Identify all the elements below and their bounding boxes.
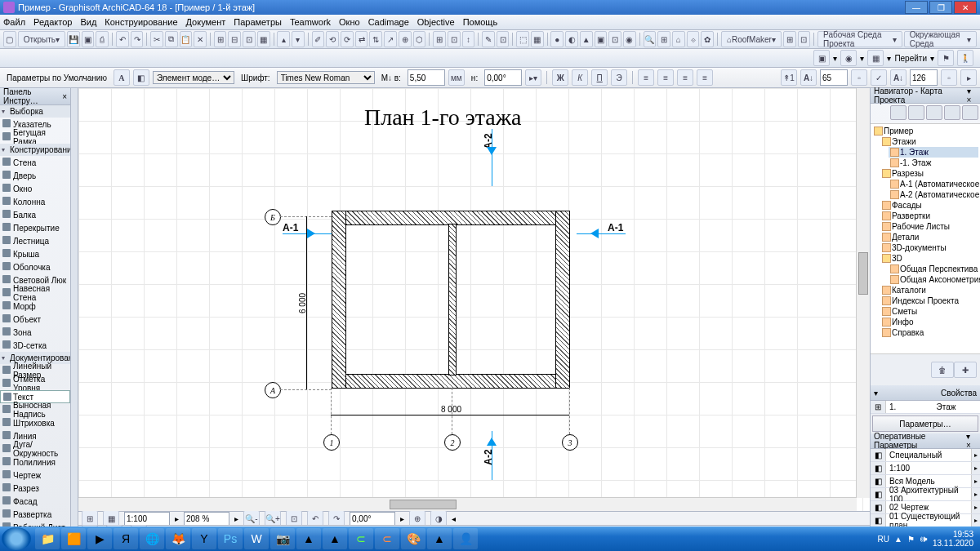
zoom-next-icon[interactable]: ↷ (328, 510, 345, 527)
menu-construct[interactable]: Конструирование (105, 17, 177, 27)
zoom-in-icon[interactable]: 🔍+ (265, 510, 281, 527)
tb-app-3[interactable]: ▶ (87, 528, 112, 549)
bold-icon[interactable]: Ж (552, 69, 568, 86)
tree-node[interactable]: -1. Этаж (889, 158, 978, 168)
align-l-icon[interactable]: ≡ (638, 69, 654, 86)
tool-column[interactable]: Колонна (0, 195, 70, 208)
tb-u[interactable]: ▦ (531, 31, 544, 47)
tb-q[interactable]: ↕ (462, 31, 475, 47)
scale-input[interactable] (124, 512, 170, 526)
tb-j[interactable]: ⇄ (355, 31, 368, 47)
align-j-icon[interactable]: ≡ (697, 69, 713, 86)
paste-icon[interactable]: 📋 (180, 31, 193, 47)
align-r-icon[interactable]: ≡ (677, 69, 693, 86)
tb-g[interactable]: ✐ (312, 31, 325, 47)
tb-k[interactable]: ⇅ (369, 31, 382, 47)
view-a-icon[interactable]: ▣ (813, 50, 830, 66)
grid-bubble-3[interactable]: 3 (562, 434, 578, 451)
text-tool-icon[interactable]: A (114, 69, 130, 86)
tree-node[interactable]: Инфо (880, 317, 978, 327)
tb-app-11[interactable]: ▲ (296, 528, 321, 549)
tool-door[interactable]: Дверь (0, 169, 70, 182)
tool-morph[interactable]: Морф (0, 300, 70, 313)
a1-icon[interactable]: A↓ (800, 69, 817, 86)
quick-param-row[interactable]: ◧03 Архитектурный 100▸ (871, 488, 980, 501)
open-button[interactable]: Открыть ▾ (18, 31, 65, 47)
tool-marquee[interactable]: Бегущая Рамка (0, 131, 70, 144)
tree-node[interactable]: Развертки (880, 211, 978, 221)
tb-e[interactable]: ▴ (277, 31, 290, 47)
tb-bb[interactable]: ⊞ (657, 31, 670, 47)
tb-v[interactable]: ● (550, 31, 564, 47)
tray-lang[interactable]: RU (878, 535, 889, 544)
tb-app-6[interactable]: 🦊 (166, 528, 190, 549)
a1c-icon[interactable]: ✓ (871, 69, 887, 86)
tool-slab[interactable]: Перекрытие (0, 221, 70, 234)
angle-input[interactable] (350, 512, 395, 526)
a2b-icon[interactable]: ▫ (941, 69, 957, 86)
tb-ee[interactable]: ✿ (701, 31, 714, 47)
tb-cc[interactable]: ⌂ (672, 31, 685, 47)
tree-node[interactable]: Фасады (880, 200, 978, 211)
tree-node[interactable]: Рабочие Листы (880, 221, 978, 232)
tb-c[interactable]: ⊡ (243, 31, 256, 47)
goto-label[interactable]: Перейти (894, 54, 927, 63)
tb-app-14[interactable]: ⊂ (375, 528, 399, 549)
tb-s[interactable]: ⊡ (497, 31, 510, 47)
tb-d[interactable]: ▦ (257, 31, 270, 47)
menu-file[interactable]: Файл (3, 17, 25, 27)
tb-p[interactable]: ⊡ (448, 31, 461, 47)
nav-tab-5[interactable] (962, 105, 978, 120)
navigator-tree[interactable]: ПримерЭтажи1. Этаж-1. ЭтажРазрезыA-1 (Ав… (871, 124, 980, 353)
tray-icon-2[interactable]: ⚑ (907, 535, 915, 544)
tool-shell[interactable]: Оболочка (0, 260, 70, 273)
h-input[interactable] (484, 69, 522, 86)
tb-app-16[interactable]: ▲ (427, 528, 452, 549)
zoom-out-icon[interactable]: 🔍- (243, 510, 260, 527)
plan-title[interactable]: План 1-го этажа (364, 104, 522, 131)
start-button[interactable] (2, 527, 31, 550)
tb-aa[interactable]: 🔍 (644, 31, 657, 47)
scrollbar-horizontal[interactable] (78, 497, 857, 511)
tool-stair[interactable]: Лестница (0, 234, 70, 247)
tb-app-15[interactable]: 🎨 (401, 528, 425, 549)
toolbox-section-select[interactable]: Выборка (0, 105, 70, 118)
tool-section[interactable]: Разрез (0, 482, 70, 495)
align-c-icon[interactable]: ≡ (657, 69, 674, 86)
params-button[interactable]: Параметры… (872, 415, 978, 432)
new-icon[interactable]: ▢ (3, 31, 16, 47)
arrow1-icon[interactable]: ↟1 (781, 69, 797, 86)
tb-zz[interactable]: ◉ (623, 31, 636, 47)
tool-poly[interactable]: Полилиния (0, 455, 70, 469)
tb-r[interactable]: ✎ (482, 31, 495, 47)
tool-curtain[interactable]: Навесная Стена (0, 287, 70, 300)
tool-beam[interactable]: Балка (0, 208, 70, 221)
properties-title[interactable]: ▾ Свойства (871, 385, 980, 401)
tb-l[interactable]: ↗ (384, 31, 397, 47)
undo-icon[interactable]: ↶ (116, 31, 129, 47)
tb-app-1[interactable]: 📁 (35, 528, 60, 549)
tool-object[interactable]: Объект (0, 313, 70, 326)
menu-cadimage[interactable]: Cadimage (368, 17, 409, 27)
tree-node[interactable]: Пример (872, 126, 978, 136)
tb-app-12[interactable]: ▲ (323, 528, 347, 549)
menu-document[interactable]: Документ (186, 17, 226, 27)
tree-node[interactable]: A-1 (Автоматическое обно (889, 179, 978, 189)
toolbox-close-icon[interactable]: × (62, 92, 67, 101)
tb-app-2[interactable]: 🟧 (61, 528, 86, 549)
layer-icon[interactable]: ◧ (133, 69, 149, 86)
nav-tab-1[interactable] (890, 105, 906, 120)
tree-node[interactable]: Справка (880, 327, 978, 338)
tool-roof[interactable]: Крыша (0, 247, 70, 260)
quick-param-row[interactable]: ◧1:100▸ (871, 462, 980, 475)
h-dd-icon[interactable]: ▸▾ (525, 69, 541, 86)
tool-zone[interactable]: Зона (0, 326, 70, 339)
end-icon[interactable]: ▸ (960, 69, 977, 86)
tool-facade[interactable]: Фасад (0, 495, 70, 508)
tree-node[interactable]: 3D-документы (880, 242, 978, 253)
quick-param-row[interactable]: ◧01 Существующий план▸ (871, 514, 980, 527)
sb-c-icon[interactable]: ⊕ (409, 510, 425, 527)
sb-b-icon[interactable]: ▦ (103, 510, 119, 527)
tree-node[interactable]: Сметы (880, 306, 978, 317)
tree-node[interactable]: Общая Перспектива (889, 264, 978, 274)
